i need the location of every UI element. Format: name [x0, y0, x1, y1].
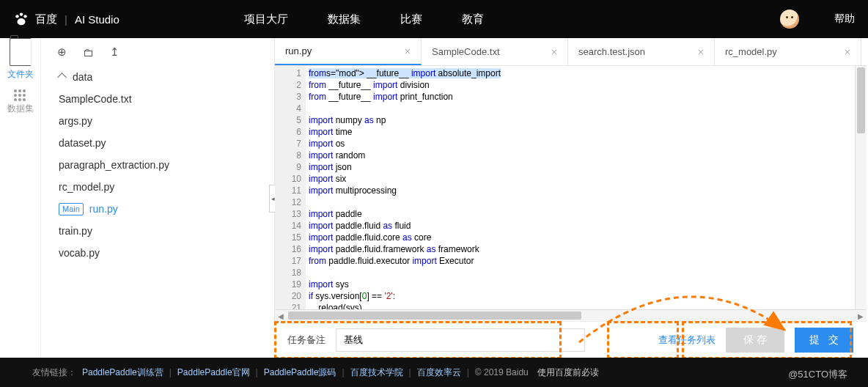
footer-link[interactable]: 百度技术学院 — [350, 366, 403, 379]
view-tasks-link[interactable]: 查看任务列表 — [658, 333, 716, 347]
logo-text-studio: AI Studio — [75, 13, 119, 26]
code-area[interactable]: 123456789101112131415161718192021222324 … — [275, 66, 867, 309]
scroll-right-icon[interactable]: ▶ — [855, 310, 867, 322]
submit-button[interactable]: 提 交 — [795, 328, 853, 353]
logo-separator: | — [65, 13, 67, 26]
scroll-left-icon[interactable]: ◀ — [275, 310, 287, 322]
tree-item[interactable]: dataset.py — [43, 132, 273, 154]
scroll-thumb[interactable] — [857, 67, 865, 133]
tree-item[interactable]: rc_model.py — [43, 176, 273, 198]
top-nav: 项目大厅 数据集 比赛 教育 — [244, 12, 484, 26]
close-icon[interactable]: × — [845, 46, 850, 58]
scroll-thumb[interactable] — [288, 312, 581, 320]
editor-tabs: run.py× SampleCode.txt× search.test.json… — [275, 38, 867, 66]
tree-item[interactable]: paragraph_extraction.py — [43, 154, 273, 176]
new-folder-icon[interactable]: 🗀 — [83, 46, 94, 59]
top-header: 百度 | AI Studio 项目大厅 数据集 比赛 教育 帮助 — [0, 0, 868, 38]
tree-toolbar: ⊕ 🗀 ↥ — [41, 38, 274, 66]
side-strip: 文件夹 数据集 — [0, 38, 41, 358]
folder-icon — [10, 38, 32, 66]
close-icon[interactable]: × — [698, 46, 704, 58]
folder-label: data — [73, 71, 92, 83]
main-badge: Main — [59, 203, 84, 215]
tab-run-py[interactable]: run.py× — [275, 38, 422, 65]
action-bar: 任务备注 查看任务列表 保存 提 交 — [274, 321, 867, 358]
footer-link[interactable]: 百度效率云 — [417, 366, 461, 379]
tree-item[interactable]: vocab.py — [43, 242, 273, 264]
dataset-icon — [14, 89, 27, 100]
strip-dataset-label: 数据集 — [7, 103, 34, 115]
strip-files-label: 文件夹 — [7, 68, 34, 81]
tree-item[interactable]: train.py — [43, 220, 273, 242]
svg-point-1 — [20, 12, 23, 15]
new-file-icon[interactable]: ⊕ — [57, 45, 67, 59]
tab-search-json[interactable]: search.test.json× — [568, 38, 715, 65]
footer-terms[interactable]: 使用百度前必读 — [537, 366, 599, 379]
task-note-label: 任务备注 — [287, 333, 326, 347]
help-link[interactable]: 帮助 — [834, 12, 855, 26]
tree-item-main[interactable]: Main run.py — [43, 198, 273, 220]
logo[interactable]: 百度 | AI Studio — [13, 11, 119, 27]
watermark: @51CTO博客 — [788, 368, 847, 381]
footer-link[interactable]: PaddlePaddle官网 — [177, 366, 250, 379]
tree-item[interactable]: args.py — [43, 110, 273, 132]
svg-point-0 — [15, 15, 18, 18]
tree-item[interactable]: SampleCode.txt — [43, 88, 273, 110]
line-gutter: 123456789101112131415161718192021222324 — [275, 66, 306, 309]
main-file-label: run.py — [89, 203, 118, 215]
tab-rc-model[interactable]: rc_model.py× — [715, 38, 861, 65]
upload-icon[interactable]: ↥ — [110, 45, 119, 59]
close-icon[interactable]: × — [405, 45, 411, 57]
tab-samplecode[interactable]: SampleCode.txt× — [422, 38, 568, 65]
horizontal-scrollbar[interactable]: ◀ ▶ — [275, 309, 867, 321]
nav-projects[interactable]: 项目大厅 — [244, 12, 288, 26]
tree-folder-data[interactable]: data — [43, 66, 273, 88]
svg-point-2 — [23, 15, 26, 18]
avatar[interactable] — [780, 10, 799, 29]
task-note-input[interactable] — [336, 328, 585, 352]
footer-link[interactable]: PaddlePaddle源码 — [264, 366, 336, 379]
strip-files[interactable]: 文件夹 — [0, 38, 40, 81]
close-icon[interactable]: × — [551, 46, 557, 58]
logo-text-cn: 百度 — [35, 12, 57, 26]
svg-point-3 — [18, 18, 26, 25]
vertical-scrollbar[interactable] — [855, 66, 867, 309]
footer-lead: 友情链接： — [32, 366, 76, 379]
caret-icon — [57, 73, 67, 82]
footer-copyright: © 2019 Baidu — [475, 367, 529, 377]
code-content[interactable]: froms="mod"> __future__ import absolute_… — [306, 66, 867, 309]
save-button[interactable]: 保存 — [726, 328, 784, 353]
footer-link[interactable]: PaddlePaddle训练营 — [82, 366, 163, 379]
baidu-paw-icon — [13, 11, 29, 27]
nav-competition[interactable]: 比赛 — [400, 12, 422, 26]
footer: 友情链接： PaddlePaddle训练营| PaddlePaddle官网| P… — [0, 358, 868, 387]
file-tree: ⊕ 🗀 ↥ data SampleCode.txt args.py datase… — [41, 38, 274, 358]
editor-pane: ◂ run.py× SampleCode.txt× search.test.js… — [274, 38, 867, 321]
strip-dataset[interactable]: 数据集 — [0, 81, 40, 123]
nav-education[interactable]: 教育 — [462, 12, 484, 26]
nav-datasets[interactable]: 数据集 — [328, 12, 361, 26]
